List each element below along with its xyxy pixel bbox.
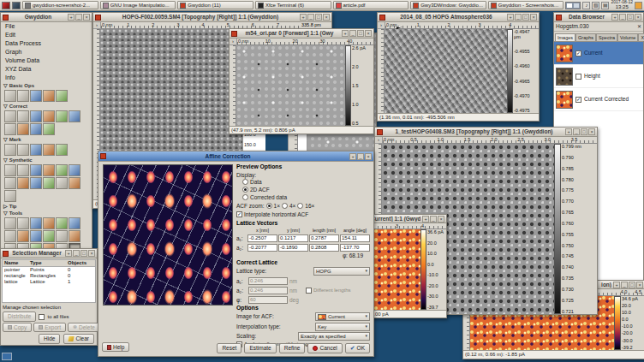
minimize-button[interactable]: _ — [619, 14, 626, 21]
tool-icon[interactable] — [56, 164, 68, 176]
clipboard-icon[interactable]: ▤ — [601, 2, 609, 9]
tool-icon[interactable] — [56, 217, 68, 229]
sticky-button[interactable]: + — [349, 153, 356, 160]
color-scale-bar[interactable] — [507, 29, 513, 113]
tool-icon[interactable] — [17, 164, 29, 176]
minimize-button[interactable]: _ — [621, 282, 628, 288]
taskbar-button[interactable]: GNU Image Manipulatio... — [100, 1, 176, 9]
app-menu-icon[interactable] — [2, 2, 10, 9]
color-scale-bar[interactable] — [345, 45, 351, 126]
tool-icon[interactable] — [43, 144, 55, 156]
titlebar[interactable]: Gwyddion +_× — [1, 13, 92, 22]
radio-zoom-1x[interactable] — [266, 203, 272, 209]
sticky-button[interactable]: + — [613, 282, 620, 288]
visibility-checkbox[interactable] — [575, 74, 581, 80]
tool-icon[interactable] — [17, 177, 29, 189]
sticky-button[interactable]: + — [342, 30, 349, 37]
tab-graphs[interactable]: Graphs — [575, 33, 596, 41]
channel-item-current-corrected[interactable]: Current Corrected — [554, 88, 643, 111]
tool-icon[interactable] — [30, 177, 42, 189]
lattice-a1-entry[interactable]: 0.246 — [248, 277, 288, 285]
clock[interactable]: 2017-08-1213:25 — [611, 0, 633, 10]
tool-icon[interactable] — [69, 110, 80, 122]
minimized-window-icon[interactable] — [2, 353, 12, 360]
hide-button[interactable]: Hide — [39, 334, 60, 343]
help-button[interactable]: Help — [102, 342, 129, 352]
tool-icon[interactable] — [56, 230, 68, 242]
visibility-checkbox[interactable] — [575, 50, 581, 56]
afm-image[interactable] — [385, 29, 507, 113]
ruler-corner-arrow[interactable]: › — [375, 137, 383, 144]
table-row[interactable]: pointerPoints0 — [3, 267, 95, 273]
horizontal-ruler[interactable]: 0 nm10203040 — [237, 39, 373, 45]
tool-icon[interactable] — [17, 217, 29, 229]
tool-icon[interactable] — [56, 90, 68, 102]
tool-icon[interactable] — [56, 144, 68, 156]
menu-file[interactable]: File — [1, 22, 92, 31]
afm-image[interactable] — [236, 45, 345, 126]
tool-icon[interactable] — [43, 90, 55, 102]
a1-length-entry[interactable]: 0.2787 — [309, 234, 339, 242]
tool-icon[interactable] — [4, 230, 16, 242]
tool-icon[interactable] — [30, 90, 42, 102]
minimize-button[interactable]: _ — [515, 14, 522, 21]
tool-icon[interactable] — [43, 110, 55, 122]
tool-icon[interactable] — [43, 230, 55, 242]
image-for-acf-combo[interactable]: Current▾ — [315, 312, 370, 321]
stm-image[interactable] — [374, 229, 420, 310]
horizontal-ruler[interactable]: 0 nm0.51.01.52.02.53.03.5 — [383, 137, 597, 144]
ok-button[interactable]: ✔OK — [345, 343, 370, 353]
a2-angle-entry[interactable]: -137.70 — [340, 244, 370, 252]
network-icon[interactable]: ▧ — [592, 2, 599, 9]
titlebar[interactable]: HOPG-F002.0059.SM4 [Topography [Right]] … — [93, 13, 331, 22]
tool-icon[interactable] — [4, 144, 16, 156]
tool-icon[interactable] — [43, 217, 55, 229]
different-lengths-checkbox[interactable] — [306, 288, 312, 294]
minimize-button[interactable]: _ — [307, 14, 314, 21]
taskbar-button[interactable]: article.pdf — [333, 1, 409, 9]
tool-icon[interactable] — [56, 110, 68, 122]
workspace-pager[interactable] — [565, 2, 581, 9]
tab-spectra[interactable]: Spectra — [596, 33, 617, 41]
cancel-button[interactable]: Cancel — [307, 343, 342, 353]
tab-xyz[interactable]: XYZ — [638, 33, 644, 41]
tool-icon[interactable] — [17, 110, 29, 122]
titlebar[interactable]: 2014_08_05 HOPG Atmosphere036 +_□× — [378, 13, 539, 22]
file-close-button[interactable]: ✕ — [637, 24, 641, 30]
a2-x-entry[interactable]: -0.2077 — [247, 244, 277, 252]
section-header-tip[interactable]: ▷Tip — [1, 203, 92, 211]
tool-icon[interactable] — [17, 230, 29, 242]
titlebar[interactable]: Selection Manager +_□× — [1, 249, 97, 258]
tool-icon[interactable] — [30, 217, 42, 229]
color-scale-bar[interactable] — [614, 296, 621, 350]
reset-button[interactable]: Reset — [217, 343, 242, 353]
sticky-button[interactable]: + — [611, 14, 618, 21]
vertical-ruler[interactable]: 10203040 — [230, 45, 236, 126]
scaling-combo[interactable]: Exactly as specified▾ — [298, 332, 370, 341]
tool-icon[interactable] — [17, 90, 29, 102]
tool-icon[interactable] — [4, 190, 16, 202]
sticky-button[interactable]: + — [507, 14, 514, 21]
menu-graph[interactable]: Graph — [1, 48, 92, 56]
a2-y-entry[interactable]: -0.1890 — [278, 244, 308, 252]
distribute-button[interactable]: Distribute — [3, 312, 36, 321]
minimize-button[interactable]: _ — [75, 14, 82, 21]
tool-icon[interactable] — [30, 230, 42, 242]
menu-info[interactable]: Info — [1, 74, 92, 82]
tool-icon[interactable] — [30, 144, 42, 156]
a1-y-entry[interactable]: 0.1217 — [278, 234, 308, 242]
tool-icon[interactable] — [30, 164, 42, 176]
titlebar[interactable]: Current] 1:1 (Gwyd +_× — [369, 215, 446, 223]
horizontal-ruler[interactable]: 234 — [369, 223, 446, 229]
minimize-button[interactable]: _ — [430, 216, 437, 223]
volume-icon[interactable]: ♪ — [582, 2, 590, 9]
titlebar[interactable]: m54_ori.par 0 [Forward] 1:1 (Gwy +_□× — [230, 29, 373, 39]
tool-icon[interactable] — [4, 123, 16, 135]
radio-2d-acf[interactable] — [242, 187, 248, 193]
lattice-type-combo[interactable]: HOPG▾ — [313, 267, 370, 276]
channel-item-height[interactable]: Height — [554, 65, 643, 88]
tab-volume[interactable]: Volume — [617, 33, 638, 41]
tool-icon[interactable] — [43, 177, 55, 189]
sticky-button[interactable]: + — [68, 14, 75, 21]
tool-icon[interactable] — [4, 90, 16, 102]
